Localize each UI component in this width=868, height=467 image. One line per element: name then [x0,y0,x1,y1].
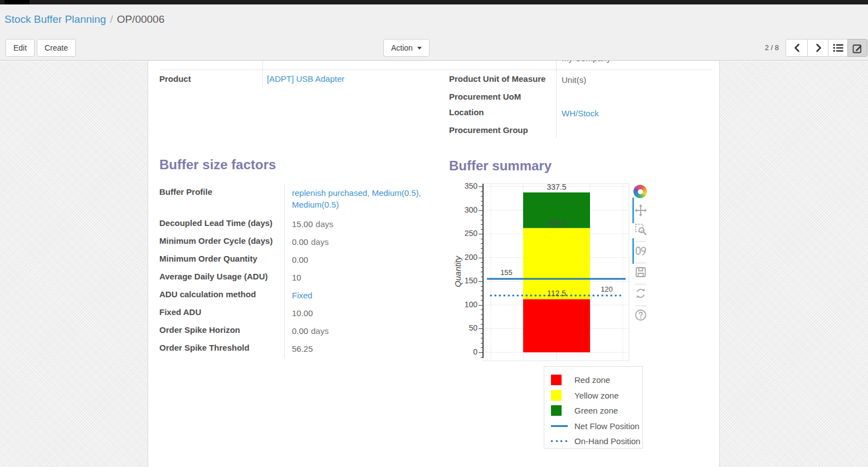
field-row: Decoupled Lead Time (days) 15.00days [159,215,443,233]
chart-legend: Red zone Yellow zone Green zone Net Flow… [544,366,643,449]
next-record-button[interactable] [807,39,830,57]
ytick-100: 100 [448,300,477,309]
legend-item-yellow-zone[interactable]: Yellow zone [551,388,642,404]
y-axis-minor-ticks [481,186,483,358]
compare-hover-icon[interactable] [634,244,647,258]
breadcrumb-separator: / [110,13,113,25]
list-view-button[interactable] [828,39,848,57]
net-flow-label: 155 [500,268,513,277]
location-value-link[interactable]: WH/Stock [562,109,599,118]
red-zone-swatch [551,375,562,385]
product-uom-value: Unit(s) [562,75,586,85]
on-hand-label: 120 [601,285,613,293]
control-panel: Stock Buffer Planning/OP/00006 Edit Crea… [0,4,868,61]
field-row: Fixed ADU 10.00 [159,304,443,322]
legend-item-red-zone[interactable]: Red zone [551,372,642,388]
buffer-summary-title: Buffer summary [449,158,552,174]
help-icon[interactable] [634,308,647,322]
yellow-zone-swatch [551,390,562,401]
adu-method-link[interactable]: Fixed [292,291,313,300]
ytick-300: 300 [448,205,477,214]
breadcrumb: Stock Buffer Planning/OP/00006 [4,12,164,27]
pan-icon[interactable] [634,204,647,217]
procurement-uom-label: Procurement UoM [449,92,521,101]
reset-axes-icon[interactable] [634,287,647,300]
form-view-button[interactable] [847,39,867,57]
yellow-top-label: 262.5 [547,218,566,227]
ytick-250: 250 [448,229,477,238]
red-zone-bar [523,299,590,352]
record-pager: 2 / 8 [741,39,779,57]
chevron-left-icon [794,43,800,52]
view-switcher [828,39,867,57]
ytick-50: 50 [448,323,477,332]
chart-plot-area[interactable]: 337.5 262.5 112.5 155 120 [446,181,658,370]
field-row: Average Daily Usage (ADU) 10 [159,269,443,287]
field-row: ADU calculation method Fixed [159,287,443,304]
legend-item-green-zone[interactable]: Green zone [551,403,642,419]
action-dropdown-button[interactable]: Action [383,39,430,57]
plotly-logo-icon[interactable] [633,185,647,198]
ytick-0: 0 [448,347,477,356]
content-background: My Company Product [ADPT] USB Adapter Pr… [0,61,868,467]
green-top-label: 337.5 [547,183,566,191]
legend-item-net-flow[interactable]: Net Flow Position [551,419,642,434]
product-uom-label: Product Unit of Measure [449,74,545,83]
box-zoom-icon[interactable] [634,223,647,236]
pager-nav [786,39,830,57]
app-window: Stock Buffer Planning/OP/00006 Edit Crea… [0,0,868,467]
y-axis-title: Quantity [453,256,462,287]
field-row: Minimum Order Cycle (days) 0.00days [159,233,443,251]
procurement-group-label: Procurement Group [449,125,528,135]
location-label: Location [449,107,484,117]
buffer-factors-table: Buffer Profile replenish purchased, Medi… [159,184,443,358]
field-row: Buffer Profile replenish purchased, Medi… [159,184,443,215]
save-snapshot-icon[interactable] [634,266,647,279]
buffer-size-factors-title: Buffer size factors [159,157,276,173]
action-label: Action [391,43,413,52]
field-row: Minimum Order Quantity 0.00 [159,251,443,269]
create-button[interactable]: Create [37,39,76,57]
form-sheet: My Company Product [ADPT] USB Adapter Pr… [148,61,720,467]
field-row: Order Spike Horizon 0.00days [159,322,443,340]
company-value-clipped: My Company [562,61,611,63]
buffer-chart[interactable]: 337.5 262.5 112.5 155 120 350 300 250 20… [446,181,658,370]
net-flow-line-swatch [551,425,568,427]
on-hand-line-swatch [551,440,568,442]
green-zone-swatch [551,405,562,416]
action-caret-icon [417,47,422,50]
ytick-350: 350 [448,181,477,190]
field-row: Order Spike Threshold 56.25 [159,340,443,358]
clipped-row-company: My Company [159,61,711,70]
breadcrumb-parent-link[interactable]: Stock Buffer Planning [4,13,106,25]
edit-button[interactable]: Edit [6,39,35,57]
buffer-profile-link[interactable]: replenish purchased, Medium(0.5), Medium… [292,188,421,209]
list-view-icon [833,43,843,52]
product-value-link[interactable]: [ADPT] USB Adapter [267,74,344,83]
chevron-right-icon [816,43,822,52]
legend-item-on-hand[interactable]: On-Hand Position [551,434,642,449]
top-navbar [0,0,868,4]
red-top-label: 112.5 [547,289,566,298]
form-view-icon [852,43,863,53]
previous-record-button[interactable] [786,39,808,57]
product-label: Product [159,74,191,83]
top-navbar-segment [4,0,30,4]
breadcrumb-current: OP/00006 [117,13,165,25]
